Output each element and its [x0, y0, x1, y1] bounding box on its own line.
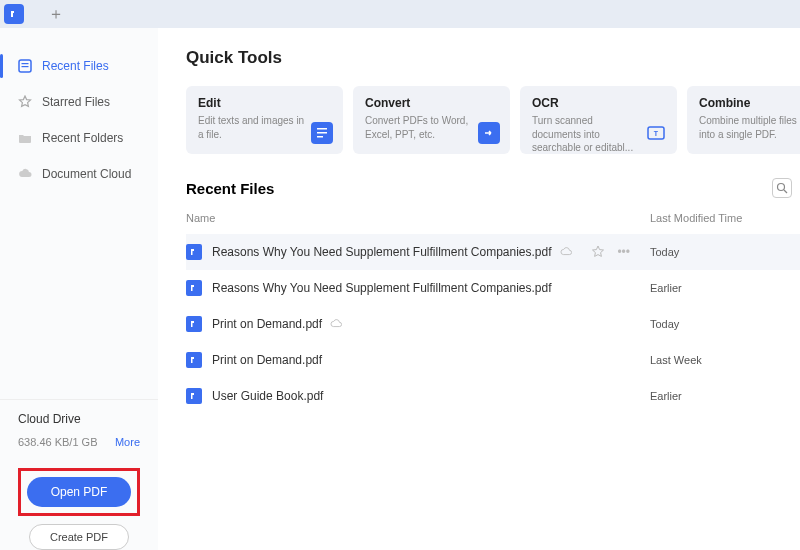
cloud-more-link[interactable]: More [115, 436, 140, 448]
ocr-icon: T [645, 122, 667, 144]
pdf-file-icon [186, 388, 202, 404]
tool-convert[interactable]: Convert Convert PDFs to Word, Excel, PPT… [353, 86, 510, 154]
pdf-file-icon [186, 316, 202, 332]
file-time: Today [650, 246, 800, 258]
open-pdf-button[interactable]: Open PDF [27, 477, 131, 507]
edit-icon [311, 122, 333, 144]
svg-point-11 [778, 184, 785, 191]
file-time: Earlier [650, 282, 800, 294]
svg-rect-2 [22, 63, 29, 64]
tool-desc: Turn scanned documents into searchable o… [532, 114, 642, 155]
file-name: Reasons Why You Need Supplement Fulfillm… [212, 245, 552, 259]
new-tab-button[interactable]: ＋ [48, 4, 64, 25]
folder-icon [18, 131, 32, 145]
recent-icon [18, 59, 32, 73]
tool-ocr[interactable]: OCR Turn scanned documents into searchab… [520, 86, 677, 154]
open-pdf-highlight: Open PDF [18, 468, 140, 516]
table-row[interactable]: User Guide Book.pdfEarlier [186, 378, 800, 414]
table-header: Name Last Modified Time [186, 212, 800, 234]
sidebar-item-label: Starred Files [42, 95, 110, 109]
tool-edit[interactable]: Edit Edit texts and images in a file. [186, 86, 343, 154]
file-name: User Guide Book.pdf [212, 389, 323, 403]
sidebar-item-label: Recent Files [42, 59, 109, 73]
file-name: Print on Demand.pdf [212, 353, 322, 367]
star-icon[interactable] [591, 245, 605, 259]
sidebar-item-starred-files[interactable]: Starred Files [0, 84, 158, 120]
file-time: Last Week [650, 354, 800, 366]
tool-combine[interactable]: Combine Combine multiple files into a si… [687, 86, 800, 154]
cloud-icon [560, 246, 572, 258]
tool-title: Combine [699, 96, 800, 110]
app-logo-icon [4, 4, 24, 24]
table-row[interactable]: Print on Demand.pdfToday [186, 306, 800, 342]
create-pdf-button[interactable]: Create PDF [29, 524, 129, 550]
file-time: Today [650, 318, 800, 330]
file-list: Reasons Why You Need Supplement Fulfillm… [186, 234, 800, 414]
table-row[interactable]: Reasons Why You Need Supplement Fulfillm… [186, 234, 800, 270]
cloud-usage: 638.46 KB/1 GB [18, 436, 98, 448]
file-name: Reasons Why You Need Supplement Fulfillm… [212, 281, 552, 295]
cloud-icon [330, 318, 342, 330]
title-bar: ＋ [0, 0, 800, 28]
table-row[interactable]: Print on Demand.pdfLast Week [186, 342, 800, 378]
pdf-file-icon [186, 352, 202, 368]
quick-tools-row: Edit Edit texts and images in a file. Co… [186, 86, 800, 154]
tool-desc: Combine multiple files into a single PDF… [699, 114, 800, 141]
sidebar: Recent Files Starred Files Recent Folder… [0, 28, 158, 550]
svg-rect-7 [317, 136, 323, 138]
pdf-file-icon [186, 244, 202, 260]
file-time: Earlier [650, 390, 800, 402]
search-button[interactable] [772, 178, 792, 198]
sidebar-item-label: Document Cloud [42, 167, 131, 181]
convert-icon [478, 122, 500, 144]
table-row[interactable]: Reasons Why You Need Supplement Fulfillm… [186, 270, 800, 306]
column-time: Last Modified Time [650, 212, 800, 224]
recent-files-heading: Recent Files [186, 180, 274, 197]
svg-rect-0 [9, 9, 19, 19]
svg-rect-3 [22, 66, 29, 67]
cloud-drive-title: Cloud Drive [18, 412, 140, 426]
sidebar-item-document-cloud[interactable]: Document Cloud [0, 156, 158, 192]
sidebar-item-recent-files[interactable]: Recent Files [0, 48, 158, 84]
pdf-file-icon [186, 280, 202, 296]
star-icon [18, 95, 32, 109]
svg-rect-5 [317, 128, 327, 130]
sidebar-item-label: Recent Folders [42, 131, 123, 145]
more-icon[interactable]: ••• [617, 245, 630, 259]
quick-tools-heading: Quick Tools [186, 48, 800, 68]
column-name: Name [186, 212, 650, 224]
tool-title: OCR [532, 96, 665, 110]
svg-rect-6 [317, 132, 327, 134]
cloud-icon [18, 167, 32, 181]
tool-title: Convert [365, 96, 498, 110]
tool-desc: Convert PDFs to Word, Excel, PPT, etc. [365, 114, 475, 141]
svg-text:T: T [654, 130, 659, 137]
sidebar-item-recent-folders[interactable]: Recent Folders [0, 120, 158, 156]
file-name: Print on Demand.pdf [212, 317, 322, 331]
tool-title: Edit [198, 96, 331, 110]
svg-line-12 [784, 190, 787, 193]
tool-desc: Edit texts and images in a file. [198, 114, 308, 141]
main-content: Quick Tools Edit Edit texts and images i… [158, 28, 800, 550]
